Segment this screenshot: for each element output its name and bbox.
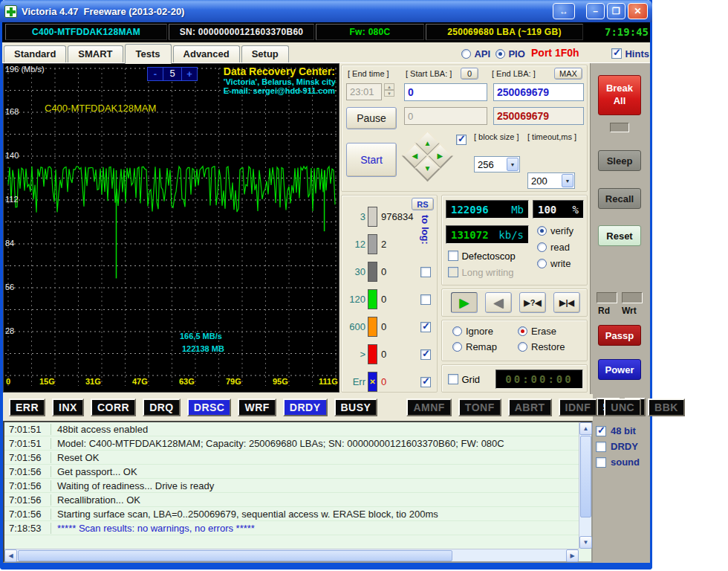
wrt-label: Wrt (622, 306, 637, 316)
log-message: Get passport... OK (51, 466, 137, 477)
log-time: 7:01:56 (4, 509, 51, 520)
tab[interactable]: Advanced (173, 45, 240, 62)
play-icon[interactable]: ▶ (451, 292, 478, 313)
action-radio[interactable]: Ignore (452, 326, 518, 337)
speed-note: 166,5 MB/s (180, 332, 222, 341)
pio-radio[interactable]: PIO (495, 47, 525, 60)
spinner-down-icon[interactable]: ▼ (384, 90, 394, 97)
counter-to-log-checkbox[interactable] (420, 377, 431, 387)
start-button[interactable]: Start (346, 143, 397, 177)
status-led: DRSC (187, 399, 232, 416)
chevron-down-icon[interactable]: ▼ (562, 174, 573, 187)
start-lba-input[interactable]: 0 (404, 83, 487, 101)
counter-to-log-checkbox[interactable] (420, 322, 431, 332)
tab[interactable]: Tests (125, 44, 172, 64)
tab-bar: StandardSMARTTestsAdvancedSetup API PIO … (2, 42, 650, 63)
log-option-checkbox[interactable] (596, 457, 606, 468)
timeout-select[interactable]: 200▼ (527, 172, 575, 189)
api-radio[interactable]: API (461, 47, 490, 60)
counter-to-log-checkbox[interactable] (420, 294, 431, 305)
defectoscope-checkbox-box[interactable] (448, 251, 458, 261)
action-radio-circle[interactable] (452, 342, 462, 352)
title-bar[interactable]: Victoria 4.47 Freeware (2013-02-20) ↔ – … (0, 0, 652, 22)
seek-end-icon[interactable]: ▶|◀ (553, 292, 580, 313)
minimize-icon[interactable]: – (586, 3, 605, 19)
x-tick: 31G (85, 377, 101, 386)
log-option[interactable]: sound (596, 457, 650, 468)
mode-radio[interactable]: read (537, 242, 573, 253)
mode-radio-circle[interactable] (537, 226, 547, 236)
api-radio-circle[interactable] (461, 49, 471, 59)
close-icon[interactable]: ✕ (628, 3, 648, 19)
log-option-label: 48 bit (611, 425, 636, 436)
break-all-button[interactable]: BreakAll (598, 75, 641, 115)
horizontal-scroll-thumb[interactable] (18, 550, 452, 561)
pio-radio-circle[interactable] (495, 49, 505, 59)
zero-button[interactable]: 0 (461, 68, 478, 80)
arrow-left-icon: ◀ (412, 152, 418, 159)
tab[interactable]: SMART (68, 45, 123, 62)
spinner-up-icon[interactable]: ▲ (384, 83, 394, 90)
grid-checkbox-box[interactable] (448, 374, 458, 384)
end-time-input[interactable]: 23:01 (346, 83, 382, 100)
hints-checkbox-box[interactable] (611, 48, 622, 59)
restore-icon[interactable]: ↔ (553, 3, 575, 19)
scroll-right-icon[interactable]: ▶ (566, 549, 579, 562)
end-lba-input[interactable]: 250069679 (493, 83, 584, 101)
sleep-button[interactable]: Sleep (598, 150, 641, 171)
grid-checkbox[interactable]: Grid (448, 372, 480, 386)
counter-to-log-checkbox[interactable] (420, 267, 431, 277)
power-button[interactable]: Power (598, 359, 641, 380)
reset-button[interactable]: Reset (598, 225, 641, 246)
action-radio-circle[interactable] (518, 342, 527, 352)
log-time: 7:01:51 (4, 424, 51, 435)
log-option[interactable]: 48 bit (596, 425, 650, 436)
mode-radio-circle[interactable] (537, 259, 547, 268)
log-area[interactable]: 7:01:51 48bit access enabled 7:01:51 Mod… (3, 421, 593, 563)
passport-button[interactable]: Passp (598, 325, 641, 346)
action-radio-circle[interactable] (518, 326, 527, 336)
counter-row: 12 2 (345, 230, 435, 258)
maximize-icon[interactable]: ❐ (607, 3, 625, 19)
defectoscope-checkbox[interactable]: Defectoscop (448, 249, 516, 262)
counter-to-log-checkbox[interactable] (420, 349, 431, 360)
x-tick: 95G (273, 377, 288, 386)
log-time: 7:01:56 (4, 466, 51, 477)
speed-graph: 196 (Mb/s) 168140112845628 015G31G47G63G… (3, 63, 339, 393)
log-time: 7:01:56 (4, 494, 51, 506)
block-counters-panel: RS to log: 3 976834 12 2 3 (341, 195, 438, 393)
banner-title: Data Recovery Center: (224, 65, 336, 77)
seek-question-icon[interactable]: ▶?◀ (519, 292, 546, 313)
action-radio[interactable]: Erase (518, 326, 583, 337)
mode-radio[interactable]: write (537, 258, 573, 269)
zoom-out-button[interactable]: - (148, 68, 163, 80)
action-radio[interactable]: Restore (518, 341, 583, 352)
log-time: 7:01:51 (4, 438, 51, 449)
scroll-down-icon[interactable]: ▼ (579, 536, 592, 549)
hints-checkbox[interactable]: Hints (611, 47, 649, 60)
log-option-checkbox[interactable] (596, 442, 606, 452)
tab[interactable]: Standard (4, 45, 66, 62)
log-horizontal-scrollbar[interactable]: ◀ ▶ (4, 549, 579, 561)
max-button[interactable]: MAX (554, 68, 582, 80)
log-option[interactable]: DRDY (596, 441, 650, 452)
scroll-left-icon[interactable]: ◀ (4, 549, 17, 562)
zoom-in-button[interactable]: + (182, 68, 197, 80)
recall-button[interactable]: Recall (598, 188, 641, 209)
action-radio[interactable]: Remap (452, 341, 518, 352)
block-size-select[interactable]: 256▼ (474, 156, 520, 172)
block-size-label: [ block size ] (474, 132, 519, 141)
end-lba-label: [ End LBA: ] (492, 69, 536, 78)
counter-value: 0 (381, 321, 386, 332)
end-time-spinner[interactable]: ▲▼ (384, 83, 394, 97)
reverse-icon[interactable]: ◀ (485, 292, 512, 313)
tab[interactable]: Setup (241, 45, 289, 62)
arrows-checkbox[interactable] (456, 135, 467, 145)
action-radio-circle[interactable] (452, 326, 462, 336)
log-option-checkbox[interactable] (596, 426, 606, 436)
pause-button[interactable]: Pause (346, 107, 397, 129)
graph-zoom-control: - 5 + (147, 67, 198, 81)
mode-radio-circle[interactable] (537, 242, 547, 252)
mode-radio[interactable]: verify (537, 225, 573, 236)
chevron-down-icon[interactable]: ▼ (507, 158, 519, 171)
